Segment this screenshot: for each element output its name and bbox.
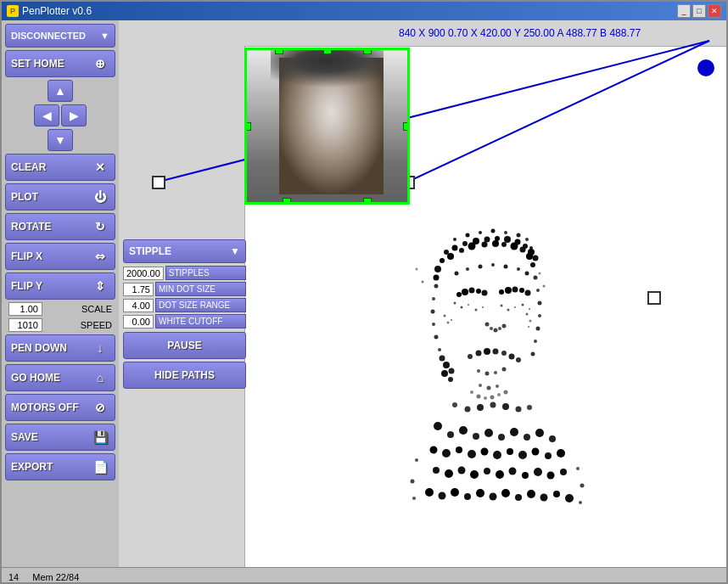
clear-button[interactable]: CLEAR ✕ (5, 154, 115, 181)
svg-point-10 (517, 233, 521, 238)
svg-point-163 (565, 494, 574, 503)
svg-point-102 (475, 309, 478, 312)
status-bar: 14 Mem 22/84 (2, 567, 726, 584)
handle-bottom-left[interactable] (283, 198, 291, 205)
svg-point-125 (498, 434, 505, 441)
svg-point-141 (433, 467, 440, 474)
svg-line-0 (159, 41, 709, 182)
svg-point-35 (526, 253, 533, 260)
rotate-icon: ↻ (91, 217, 109, 236)
svg-point-53 (476, 289, 481, 294)
speed-label: SPEED (81, 320, 112, 330)
motors-off-icon: ⊘ (91, 398, 109, 417)
svg-point-8 (491, 229, 496, 233)
svg-point-158 (501, 489, 510, 497)
svg-point-76 (529, 320, 532, 323)
set-home-icon: ⊕ (91, 54, 109, 73)
svg-point-87 (477, 404, 484, 411)
pen-down-button[interactable]: PEN DOWN ↓ (5, 334, 115, 362)
svg-point-159 (515, 494, 522, 501)
svg-point-144 (470, 470, 479, 479)
min-dot-param: 1.75 MIN DOT SIZE (123, 282, 246, 296)
svg-point-119 (504, 390, 508, 395)
svg-point-101 (468, 304, 469, 306)
handle-top[interactable] (323, 48, 332, 54)
svg-point-64 (502, 324, 507, 328)
pause-button[interactable]: PAUSE (123, 332, 246, 359)
svg-point-127 (524, 434, 530, 441)
svg-point-44 (434, 284, 439, 289)
dot-range-value[interactable]: 4.00 (123, 299, 154, 312)
handle-right[interactable] (403, 122, 410, 131)
nav-up-button[interactable]: ▲ (48, 80, 73, 102)
flip-y-button[interactable]: FLIP Y ⇕ (5, 272, 115, 300)
svg-point-95 (491, 263, 495, 267)
speed-row: 1010 SPEED (5, 318, 115, 332)
save-button[interactable]: SAVE 💾 (5, 424, 115, 451)
rotate-button[interactable]: ROTATE ↻ (5, 213, 115, 240)
svg-point-164 (415, 458, 418, 462)
svg-point-139 (545, 452, 552, 459)
left-panel: DISCONNECTED ▼ SET HOME ⊕ ▲ ◀ ▶ ▼ CLEAR … (2, 20, 119, 567)
handle-bottom-right[interactable] (363, 198, 372, 205)
mode-selector[interactable]: STIPPLE ▼ (123, 239, 246, 263)
svg-point-14 (452, 245, 458, 251)
hide-paths-button[interactable]: HIDE PATHS (123, 362, 246, 389)
set-home-button[interactable]: SET HOME ⊕ (5, 50, 115, 77)
svg-point-100 (461, 306, 463, 309)
svg-point-93 (466, 267, 469, 271)
handle-top-left[interactable] (275, 48, 283, 54)
stipples-value[interactable]: 2000.00 (123, 267, 164, 280)
nav-down-button[interactable]: ▼ (48, 129, 73, 151)
svg-point-151 (560, 469, 567, 475)
close-button[interactable]: ✕ (708, 4, 721, 18)
motors-off-button[interactable]: MOTORS OFF ⊘ (5, 394, 115, 421)
svg-point-34 (520, 247, 526, 253)
window-controls[interactable]: _ □ ✕ (677, 4, 721, 18)
preview-image-box[interactable] (244, 48, 410, 205)
svg-point-110 (443, 362, 450, 368)
svg-point-145 (484, 468, 490, 474)
svg-point-129 (549, 435, 556, 442)
plot-button[interactable]: PLOT ⏻ (5, 183, 115, 211)
svg-point-61 (490, 327, 493, 330)
svg-point-136 (507, 448, 513, 455)
go-home-button[interactable]: GO HOME ⌂ (5, 364, 115, 391)
dot-range-label: DOT SIZE RANGE (155, 298, 246, 312)
save-icon: 💾 (91, 428, 109, 446)
speed-value[interactable]: 1010 (8, 318, 42, 332)
svg-point-52 (469, 288, 475, 294)
minimize-button[interactable]: _ (677, 4, 691, 18)
connection-label: DISCONNECTED (11, 31, 86, 41)
maximize-button[interactable]: □ (692, 4, 706, 18)
min-dot-label: MIN DOT SIZE (155, 282, 246, 296)
mode-dropdown-icon: ▼ (230, 245, 240, 257)
svg-point-57 (512, 287, 518, 293)
svg-point-168 (412, 497, 416, 500)
min-dot-value[interactable]: 1.75 (123, 283, 154, 296)
nav-right-button[interactable]: ▶ (61, 104, 87, 126)
white-cutoff-value[interactable]: 0.00 (123, 315, 154, 328)
svg-point-153 (439, 492, 446, 500)
handle-left[interactable] (244, 122, 251, 131)
svg-point-58 (519, 288, 524, 293)
svg-point-47 (432, 323, 435, 326)
export-button[interactable]: EXPORT 📄 (5, 453, 115, 480)
connection-button[interactable]: DISCONNECTED ▼ (5, 24, 115, 48)
flip-x-button[interactable]: FLIP X ⇔ (5, 243, 115, 270)
svg-point-39 (538, 301, 542, 306)
svg-point-40 (538, 314, 541, 317)
svg-point-85 (452, 402, 457, 407)
handle-top-right[interactable] (363, 48, 372, 54)
svg-point-98 (525, 272, 529, 276)
svg-point-124 (484, 429, 493, 437)
svg-point-170 (416, 268, 418, 271)
svg-point-123 (473, 433, 479, 440)
nav-left-button[interactable]: ◀ (34, 104, 59, 126)
svg-point-149 (534, 468, 542, 476)
save-label: SAVE (11, 431, 38, 443)
svg-point-7 (479, 231, 482, 234)
pause-label: PAUSE (167, 340, 201, 351)
svg-point-81 (502, 368, 507, 372)
scale-value[interactable]: 1.00 (8, 302, 42, 316)
